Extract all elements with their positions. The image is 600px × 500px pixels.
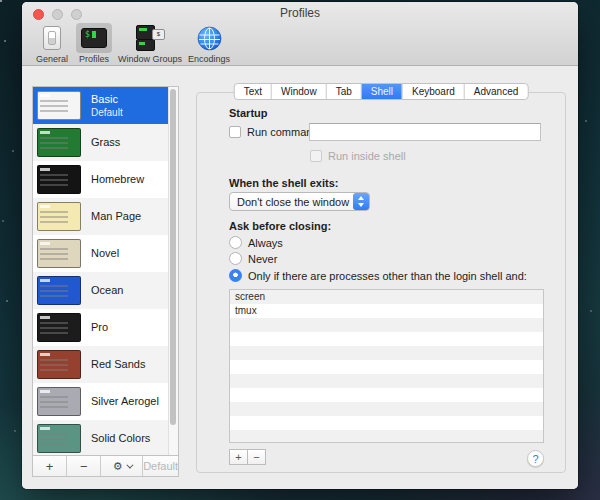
radio-row-never: Never xyxy=(229,252,277,265)
only-if-processes-label: Only if there are processes other than t… xyxy=(248,270,527,282)
profile-action-menu-button[interactable]: ⚙ xyxy=(101,456,143,476)
toolbar-label: General xyxy=(36,54,68,64)
toolbar-item-window-groups[interactable]: $ Window Groups xyxy=(118,23,182,64)
add-profile-button[interactable]: + xyxy=(33,456,67,476)
shell-exits-popup[interactable]: Don't close the window xyxy=(229,192,370,211)
sidebar-button-bar: + − ⚙ Default xyxy=(33,455,178,476)
profile-thumbnail xyxy=(37,165,81,194)
run-inside-shell-checkbox[interactable] xyxy=(310,150,322,162)
profile-sidebar: Basic Default Grass Homebrew Man Page xyxy=(32,86,179,477)
profile-thumbnail xyxy=(37,350,81,379)
general-switch-icon xyxy=(43,26,61,50)
shell-tab-pane: Startup Run command: Run inside shell Wh… xyxy=(196,92,566,473)
window-groups-icon: $ xyxy=(135,25,165,51)
profile-row-solid-colors[interactable]: Solid Colors xyxy=(33,420,178,455)
run-command-row: Run command: xyxy=(229,126,322,138)
profile-row-pro[interactable]: Pro xyxy=(33,309,178,346)
profile-name: Ocean xyxy=(91,284,123,297)
profile-row-homebrew[interactable]: Homebrew xyxy=(33,161,178,198)
process-row-empty xyxy=(230,360,543,374)
profile-row-silver-aerogel[interactable]: Silver Aerogel xyxy=(33,383,178,420)
preferences-window: Profiles General $ Profiles $ Window Gro… xyxy=(22,2,578,489)
radio-row-only-if: Only if there are processes other than t… xyxy=(229,269,527,282)
encodings-globe-icon xyxy=(197,26,222,51)
toolbar-item-encodings[interactable]: Encodings xyxy=(188,23,230,64)
profile-thumbnail xyxy=(37,276,81,305)
run-command-input[interactable] xyxy=(309,123,541,141)
tab-keyboard[interactable]: Keyboard xyxy=(403,84,465,99)
window-content: Basic Default Grass Homebrew Man Page xyxy=(22,66,578,489)
profile-row-red-sands[interactable]: Red Sands xyxy=(33,346,178,383)
process-row-empty xyxy=(230,318,543,332)
radio-row-always: Always xyxy=(229,236,283,249)
profile-name: Red Sands xyxy=(91,358,145,371)
profile-default-badge: Default xyxy=(91,106,123,119)
profile-name: Solid Colors xyxy=(91,432,150,445)
profile-name: Homebrew xyxy=(91,173,144,186)
window-title: Profiles xyxy=(22,6,578,20)
toolbar-label: Window Groups xyxy=(118,54,182,64)
profile-thumbnail xyxy=(37,387,81,416)
process-row-empty xyxy=(230,416,543,430)
run-command-checkbox[interactable] xyxy=(229,126,241,138)
profile-thumbnail xyxy=(37,239,81,268)
profile-thumbnail xyxy=(37,128,81,157)
profile-row-man-page[interactable]: Man Page xyxy=(33,198,178,235)
tab-tab[interactable]: Tab xyxy=(327,84,362,99)
profiles-terminal-icon: $ xyxy=(81,28,107,48)
remove-profile-button[interactable]: − xyxy=(67,456,101,476)
help-button[interactable]: ? xyxy=(527,450,544,467)
always-radio[interactable] xyxy=(229,236,242,249)
tab-advanced[interactable]: Advanced xyxy=(465,84,527,99)
process-row[interactable]: screen xyxy=(230,290,543,304)
chevron-down-icon xyxy=(126,461,133,468)
shell-exits-selected-value: Don't close the window xyxy=(230,196,353,208)
process-row-empty xyxy=(230,332,543,346)
process-row-empty xyxy=(230,374,543,388)
tab-window[interactable]: Window xyxy=(272,84,327,99)
profile-row-grass[interactable]: Grass xyxy=(33,124,178,161)
profile-thumbnail xyxy=(37,91,81,120)
process-row[interactable]: tmux xyxy=(230,304,543,318)
shell-exits-heading: When the shell exits: xyxy=(229,177,338,189)
titlebar[interactable]: Profiles xyxy=(22,2,578,22)
profile-name: Novel xyxy=(91,247,119,260)
tab-shell[interactable]: Shell xyxy=(362,84,403,99)
ask-before-closing-heading: Ask before closing: xyxy=(229,220,331,232)
toolbar-item-general[interactable]: General xyxy=(34,23,70,64)
only-if-processes-radio[interactable] xyxy=(229,269,242,282)
toolbar-label: Encodings xyxy=(188,54,230,64)
run-inside-shell-row: Run inside shell xyxy=(310,150,406,162)
profile-row-ocean[interactable]: Ocean xyxy=(33,272,178,309)
profile-list-scrollbar[interactable] xyxy=(168,87,178,455)
run-inside-shell-label: Run inside shell xyxy=(328,150,406,162)
process-row-empty xyxy=(230,430,543,443)
toolbar: General $ Profiles $ Window Groups xyxy=(34,23,230,64)
never-radio[interactable] xyxy=(229,252,242,265)
startup-heading: Startup xyxy=(229,107,268,119)
toolbar-item-profiles[interactable]: $ Profiles xyxy=(76,23,112,64)
profile-name: Basic xyxy=(91,93,123,106)
profile-row-novel[interactable]: Novel xyxy=(33,235,178,272)
desktop-stars xyxy=(0,0,2,2)
profile-tab-bar: Text Window Tab Shell Keyboard Advanced xyxy=(234,83,529,100)
profile-list: Basic Default Grass Homebrew Man Page xyxy=(33,87,178,455)
window-chrome: Profiles General $ Profiles $ Window Gro… xyxy=(22,2,578,66)
default-button[interactable]: Default xyxy=(143,456,178,476)
profile-thumbnail xyxy=(37,424,81,453)
gear-icon: ⚙ xyxy=(113,460,123,473)
toolbar-label: Profiles xyxy=(79,54,109,64)
always-label: Always xyxy=(248,237,283,249)
add-process-button[interactable]: + xyxy=(229,449,248,465)
remove-process-button[interactable]: − xyxy=(247,449,266,465)
profile-row-basic[interactable]: Basic Default xyxy=(33,87,178,124)
profile-name: Man Page xyxy=(91,210,141,223)
process-row-empty xyxy=(230,388,543,402)
scrollbar-thumb[interactable] xyxy=(170,89,176,425)
process-row-empty xyxy=(230,402,543,416)
process-list[interactable]: screen tmux xyxy=(229,289,544,443)
profile-thumbnail xyxy=(37,313,81,342)
profile-name: Grass xyxy=(91,136,120,149)
process-row-empty xyxy=(230,346,543,360)
tab-text[interactable]: Text xyxy=(235,84,272,99)
